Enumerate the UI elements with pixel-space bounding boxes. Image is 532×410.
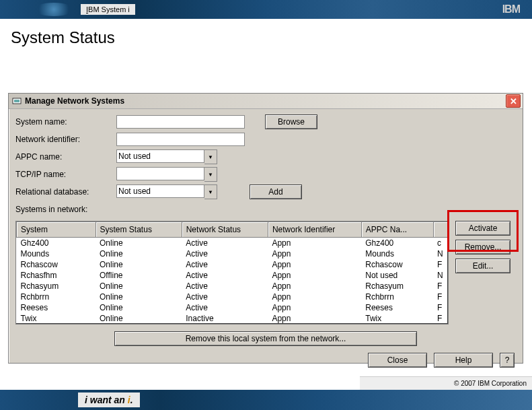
table-cell: F xyxy=(433,302,447,313)
table-cell: Reeses xyxy=(17,302,96,313)
chevron-down-icon[interactable]: ▼ xyxy=(204,167,217,182)
add-button[interactable]: Add xyxy=(250,184,302,199)
table-cell: Ghz400 xyxy=(17,238,96,249)
table-cell: Rchascow xyxy=(17,259,96,270)
table-header[interactable] xyxy=(433,222,447,238)
table-cell: Appn xyxy=(268,292,361,302)
relational-db-label: Relational database: xyxy=(15,187,116,197)
manage-network-systems-dialog: Manage Network Systems ✕ System name: Br… xyxy=(8,93,523,364)
appc-name-input[interactable] xyxy=(116,149,204,163)
close-icon[interactable]: ✕ xyxy=(506,94,521,108)
table-cell: Active xyxy=(182,259,268,270)
table-cell: Inactive xyxy=(182,313,268,324)
table-cell: Rchasyum xyxy=(361,281,433,292)
tcpip-name-label: TCP/IP name: xyxy=(15,170,116,179)
table-cell: Appn xyxy=(268,248,361,259)
table-cell: c xyxy=(433,238,447,249)
table-cell: F xyxy=(433,281,447,292)
banner-product-label: IIBM System iBM System i xyxy=(81,4,135,15)
table-header[interactable]: System xyxy=(17,222,96,238)
table-cell: Rchascow xyxy=(361,259,433,270)
table-cell: Active xyxy=(182,238,268,249)
table-cell: Active xyxy=(182,270,268,281)
table-cell: Mounds xyxy=(17,248,96,259)
dialog-titlebar: Manage Network Systems ✕ xyxy=(9,94,523,109)
dialog-title: Manage Network Systems xyxy=(25,96,124,106)
table-cell: F xyxy=(433,292,447,302)
page-title: System Status xyxy=(0,19,532,59)
table-row[interactable]: ReesesOnlineActiveAppnReesesF xyxy=(17,302,448,313)
table-cell: Mounds xyxy=(361,248,433,259)
systems-in-network-label: Systems in network: xyxy=(15,205,87,214)
table-cell: Online xyxy=(96,302,182,313)
footer-tagline: i want an i. xyxy=(78,392,140,407)
table-row[interactable]: RchasfhmOfflineActiveAppnNot usedN xyxy=(17,270,448,281)
table-row[interactable]: RchascowOnlineActiveAppnRchascowF xyxy=(17,259,448,270)
table-cell: Online xyxy=(96,313,182,324)
table-cell: Rchasyum xyxy=(17,281,96,292)
table-cell: Ghz400 xyxy=(361,238,433,249)
appc-name-label: APPC name: xyxy=(15,152,116,162)
table-cell: Appn xyxy=(268,302,361,313)
chevron-down-icon[interactable]: ▼ xyxy=(204,184,217,199)
table-cell: Active xyxy=(182,248,268,259)
table-header[interactable]: APPC Na... xyxy=(361,222,433,238)
context-help-button[interactable]: ? xyxy=(500,353,515,368)
table-cell: Appn xyxy=(268,259,361,270)
footer-banner: i want an i. xyxy=(0,390,532,410)
activate-button[interactable]: Activate xyxy=(455,221,510,236)
table-cell: Online xyxy=(96,248,182,259)
table-cell: N xyxy=(433,270,447,281)
table-cell: F xyxy=(433,259,447,270)
copyright-text: © 2007 IBM Corporation xyxy=(360,376,532,390)
table-cell: Appn xyxy=(268,313,361,324)
help-button[interactable]: Help xyxy=(434,353,493,368)
relational-db-input[interactable] xyxy=(116,184,204,198)
table-cell: Active xyxy=(182,302,268,313)
table-cell: Not used xyxy=(361,270,433,281)
edit-button[interactable]: Edit... xyxy=(455,259,510,273)
systems-table[interactable]: SystemSystem StatusNetwork StatusNetwork… xyxy=(15,221,449,324)
table-cell: Appn xyxy=(268,270,361,281)
table-header[interactable]: Network Status xyxy=(182,222,268,238)
table-cell: Twix xyxy=(17,313,96,324)
table-cell: Offline xyxy=(96,270,182,281)
app-icon xyxy=(11,96,22,106)
chevron-down-icon[interactable]: ▼ xyxy=(204,149,217,164)
network-identifier-label: Network identifier: xyxy=(15,135,116,144)
table-cell: Rchbrrn xyxy=(17,292,96,302)
network-identifier-input[interactable] xyxy=(116,133,245,146)
table-row[interactable]: TwixOnlineInactiveAppnTwixF xyxy=(17,313,448,324)
table-cell: Active xyxy=(182,292,268,302)
table-cell: F xyxy=(433,313,447,324)
form-area: System name: Browse Network identifier: … xyxy=(9,109,523,219)
table-row[interactable]: RchbrrnOnlineActiveAppnRchbrrnF xyxy=(17,292,448,302)
table-cell: Online xyxy=(96,259,182,270)
remove-local-system-button[interactable]: Remove this local system from the networ… xyxy=(114,331,417,346)
table-cell: N xyxy=(433,248,447,259)
ibm-logo: IBM xyxy=(502,3,520,15)
table-row[interactable]: RchasyumOnlineActiveAppnRchasyumF xyxy=(17,281,448,292)
table-cell: Appn xyxy=(268,238,361,249)
table-header[interactable]: System Status xyxy=(96,222,182,238)
table-cell: Online xyxy=(96,281,182,292)
system-name-label: System name: xyxy=(15,117,116,127)
table-cell: Twix xyxy=(361,313,433,324)
table-cell: Online xyxy=(96,238,182,249)
remove-button[interactable]: Remove... xyxy=(455,240,510,254)
table-row[interactable]: MoundsOnlineActiveAppnMoundsN xyxy=(17,248,448,259)
table-cell: Reeses xyxy=(361,302,433,313)
close-button[interactable]: Close xyxy=(368,353,427,368)
table-cell: Rchasfhm xyxy=(17,270,96,281)
table-cell: Appn xyxy=(268,281,361,292)
table-cell: Online xyxy=(96,292,182,302)
table-cell: Rchbrrn xyxy=(361,292,433,302)
table-row[interactable]: Ghz400OnlineActiveAppnGhz400c xyxy=(17,238,448,249)
table-header[interactable]: Network Identifier xyxy=(268,222,361,238)
system-name-input[interactable] xyxy=(116,115,245,129)
table-cell: Active xyxy=(182,281,268,292)
tcpip-name-input[interactable] xyxy=(116,167,204,180)
top-banner: IIBM System iBM System i IBM xyxy=(0,0,532,19)
browse-button[interactable]: Browse xyxy=(265,114,317,129)
svg-rect-1 xyxy=(14,100,20,102)
